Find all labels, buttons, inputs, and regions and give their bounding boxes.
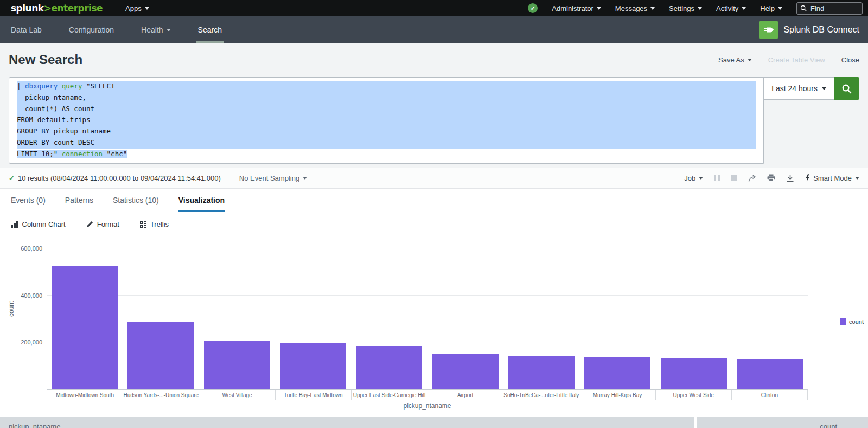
x-tick-label: Upper West Side bbox=[655, 390, 731, 400]
event-sampling-menu[interactable]: No Event Sampling bbox=[239, 174, 307, 182]
save-as-button[interactable]: Save As bbox=[718, 56, 752, 64]
find-search[interactable] bbox=[796, 2, 863, 15]
nav-item-health[interactable]: Health bbox=[139, 16, 173, 43]
chart-legend: count bbox=[840, 318, 864, 325]
stop-icon[interactable] bbox=[731, 175, 737, 181]
tab-patterns[interactable]: Patterns bbox=[65, 189, 93, 212]
search-query-editor[interactable]: | dbxquery query="SELECT pickup_ntaname,… bbox=[9, 77, 764, 164]
bar-airport[interactable] bbox=[432, 354, 499, 389]
menu-activity[interactable]: Activity bbox=[716, 4, 746, 12]
menu-help[interactable]: Help bbox=[760, 4, 782, 12]
tab-events-0[interactable]: Events (0) bbox=[11, 189, 46, 212]
query-line: | dbxquery query="SELECT bbox=[17, 81, 756, 92]
caret-down-icon bbox=[303, 177, 307, 180]
table-header-pickup-ntaname[interactable]: pickup_ntaname bbox=[0, 417, 694, 428]
format-button[interactable]: Format bbox=[86, 220, 119, 228]
bar-slot bbox=[123, 244, 199, 389]
x-tick-label: West Village bbox=[199, 390, 275, 400]
legend-swatch bbox=[840, 318, 846, 325]
page-title: New Search bbox=[9, 52, 82, 67]
caret-down-icon bbox=[742, 7, 746, 10]
bar-slot bbox=[732, 244, 808, 389]
find-input[interactable] bbox=[809, 4, 853, 13]
menu-label: Activity bbox=[716, 4, 738, 12]
table-header-label: pickup_ntaname bbox=[0, 417, 694, 428]
query-token: query bbox=[62, 82, 82, 90]
x-tick-label: Midtown-Midtown South bbox=[47, 390, 123, 400]
nav-item-configuration[interactable]: Configuration bbox=[67, 16, 116, 43]
chart-type-button[interactable]: Column Chart bbox=[11, 220, 66, 228]
export-download-icon[interactable] bbox=[786, 174, 794, 182]
x-tick-label: SoHo-TriBeCa-...nter-Little Italy bbox=[503, 390, 579, 400]
pause-icon[interactable] bbox=[714, 175, 720, 181]
topbar-right: ✓ AdministratorMessagesSettingsActivityH… bbox=[528, 2, 863, 15]
results-summary: 10 results (08/04/2024 11:00:00.000 to 0… bbox=[18, 174, 221, 182]
viz-toolbar: Column Chart Format Trellis bbox=[0, 212, 868, 237]
results-info-bar: ✓ 10 results (08/04/2024 11:00:00.000 to… bbox=[0, 168, 868, 189]
print-icon[interactable] bbox=[767, 174, 775, 182]
bar-midtown-midtown-south[interactable] bbox=[52, 266, 118, 389]
app-badge[interactable]: Splunk DB Connect bbox=[760, 16, 859, 43]
bar-upper-west-side[interactable] bbox=[661, 358, 727, 389]
results-tabs: Events (0)PatternsStatistics (10)Visuali… bbox=[0, 189, 868, 212]
topbar-menus: AdministratorMessagesSettingsActivityHel… bbox=[552, 4, 782, 12]
bar-murray-hill-kips-bay[interactable] bbox=[584, 357, 650, 389]
caret-down-icon bbox=[167, 29, 171, 31]
bar-slot bbox=[47, 244, 123, 389]
splunk-topbar: splunk>enterprise Apps ✓ AdministratorMe… bbox=[0, 0, 868, 16]
menu-administrator[interactable]: Administrator bbox=[552, 4, 601, 12]
caret-down-icon bbox=[699, 177, 703, 180]
column-chart-icon bbox=[11, 221, 18, 228]
query-token: | bbox=[17, 82, 25, 90]
bar-upper-east-side-carnegie-hill[interactable] bbox=[356, 346, 422, 389]
caret-down-icon bbox=[698, 7, 702, 10]
query-token: ="chc" bbox=[103, 150, 127, 158]
bar-west-village[interactable] bbox=[204, 341, 270, 389]
page-header: New Search Save As Create Table View Clo… bbox=[0, 43, 868, 76]
query-line: FROM default.trips bbox=[17, 114, 756, 126]
appbar-items: Data LabConfigurationHealthSearch bbox=[9, 16, 247, 43]
splunk-logo[interactable]: splunk>enterprise bbox=[11, 3, 103, 14]
table-header-count[interactable]: count bbox=[697, 417, 868, 428]
trellis-button[interactable]: Trellis bbox=[140, 220, 169, 228]
column-chart: count 200,000400,000600,000 Midtown-Midt… bbox=[9, 244, 859, 410]
legend-item[interactable]: count bbox=[840, 318, 864, 325]
y-tick-label: 600,000 bbox=[11, 245, 42, 252]
query-line: pickup_ntaname, bbox=[17, 92, 756, 104]
apps-menu[interactable]: Apps bbox=[125, 4, 149, 12]
app-name: Splunk DB Connect bbox=[783, 25, 859, 35]
bar-hudson-yards-union-square[interactable] bbox=[127, 322, 194, 389]
bar-turtle-bay-east-midtown[interactable] bbox=[280, 343, 346, 389]
menu-messages[interactable]: Messages bbox=[615, 4, 655, 12]
run-search-button[interactable] bbox=[834, 77, 859, 100]
search-icon bbox=[800, 5, 807, 11]
query-token: ="SELECT bbox=[82, 82, 114, 90]
tab-statistics-10[interactable]: Statistics (10) bbox=[113, 189, 159, 212]
time-range-picker[interactable]: Last 24 hours bbox=[763, 77, 834, 100]
bar-slot bbox=[351, 244, 427, 389]
x-tick-label: Airport bbox=[427, 390, 503, 400]
bar-soho-tribeca-nter-little-italy[interactable] bbox=[508, 356, 575, 389]
nav-item-search[interactable]: Search bbox=[196, 16, 224, 43]
tab-visualization[interactable]: Visualization bbox=[178, 189, 225, 212]
job-menu[interactable]: Job bbox=[684, 174, 703, 182]
x-tick-label: Turtle Bay-East Midtown bbox=[275, 390, 351, 400]
health-status-icon[interactable]: ✓ bbox=[528, 3, 538, 13]
query-token: count(*) AS count bbox=[17, 105, 94, 113]
menu-settings[interactable]: Settings bbox=[669, 4, 702, 12]
close-button[interactable]: Close bbox=[841, 56, 859, 64]
query-token: LIMIT 10;" bbox=[17, 150, 62, 158]
bars-row bbox=[47, 244, 808, 389]
caret-down-icon bbox=[145, 7, 149, 10]
caret-down-icon bbox=[778, 7, 782, 10]
bar-clinton[interactable] bbox=[737, 359, 803, 389]
x-tick-label: Hudson Yards-...-Union Square bbox=[123, 390, 199, 400]
app-navbar: Data LabConfigurationHealthSearch Splunk… bbox=[0, 16, 868, 43]
search-mode-menu[interactable]: Smart Mode bbox=[805, 174, 859, 182]
share-icon[interactable] bbox=[748, 174, 756, 182]
nav-item-data-lab[interactable]: Data Lab bbox=[9, 16, 44, 43]
create-table-view-button[interactable]: Create Table View bbox=[768, 56, 825, 64]
logo-splunk: splunk bbox=[11, 3, 44, 14]
menu-label: Administrator bbox=[552, 4, 593, 12]
x-axis-labels: Midtown-Midtown SouthHudson Yards-...-Un… bbox=[47, 390, 808, 400]
